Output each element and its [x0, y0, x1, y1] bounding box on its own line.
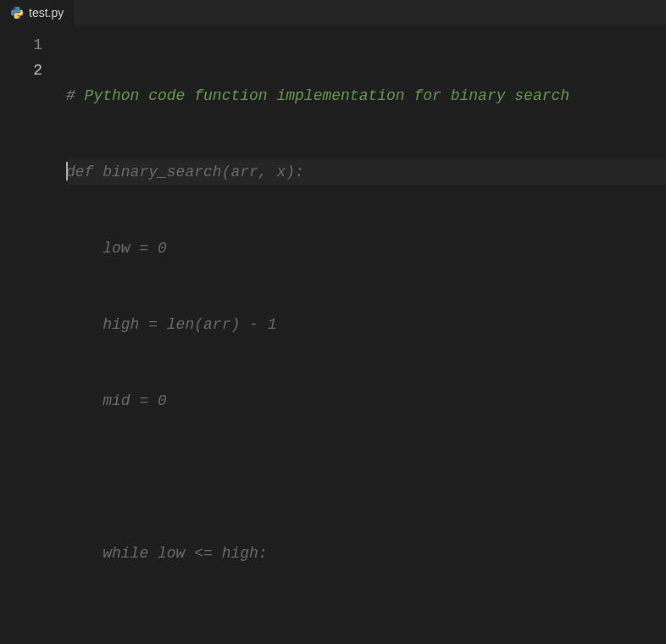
- suggestion-line: low = 0: [66, 236, 666, 261]
- tab-filename: test.py: [29, 6, 64, 19]
- inline-suggestion: while low <= high:: [66, 545, 268, 562]
- suggestion-line: high = len(arr) - 1: [66, 312, 666, 337]
- inline-suggestion: mid = 0: [66, 392, 167, 409]
- python-icon: [10, 6, 24, 19]
- active-code-line: def binary_search(arr, x):: [66, 159, 666, 185]
- suggestion-line: while low <= high:: [66, 541, 666, 566]
- suggestion-line: [66, 617, 666, 642]
- code-editor[interactable]: 1 2 # Python code function implementatio…: [0, 25, 666, 644]
- tab-bar: test.py: [0, 0, 666, 25]
- text-cursor: [66, 162, 68, 180]
- code-line: # Python code function implementation fo…: [66, 83, 666, 108]
- inline-suggestion: def binary_search(arr, x):: [66, 164, 304, 180]
- inline-suggestion: low = 0: [66, 240, 167, 257]
- suggestion-line: [66, 464, 666, 490]
- line-number: 2: [0, 58, 42, 83]
- code-area[interactable]: # Python code function implementation fo…: [59, 25, 666, 644]
- suggestion-line: mid = 0: [66, 388, 666, 414]
- line-number: 1: [0, 32, 42, 58]
- comment-text: # Python code function implementation fo…: [66, 87, 569, 104]
- inline-suggestion: high = len(arr) - 1: [66, 316, 276, 333]
- line-number-gutter: 1 2: [0, 25, 59, 644]
- file-tab[interactable]: test.py: [0, 0, 74, 25]
